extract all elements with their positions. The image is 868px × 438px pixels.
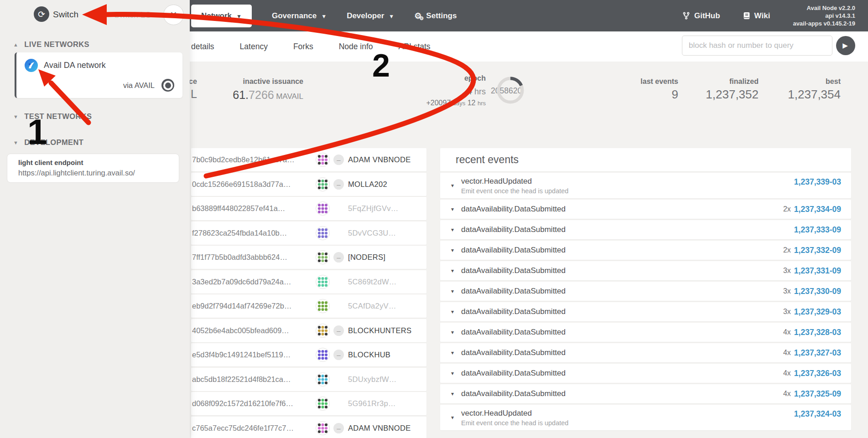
block-row[interactable]: abc5db18f22521d4f8b21ca… – 5DUxybzfW… xyxy=(191,368,426,391)
caret-down-icon[interactable]: ▾ xyxy=(451,329,461,335)
event-row[interactable]: ▾ dataAvailability.DataSubmitted 3x 1,23… xyxy=(440,261,851,280)
network-card-avail[interactable]: Avail DA network via AVAIL xyxy=(15,52,182,98)
event-block-link[interactable]: 1,237,324-03 xyxy=(794,409,841,419)
block-hash[interactable]: 7ff1f77b5b0adfd3abbb624… xyxy=(192,253,306,262)
event-block-link[interactable]: 1,237,330-09 xyxy=(794,287,841,296)
block-row[interactable]: eb9d2f794d14af74269e72b… – 5CAfDa2yV… xyxy=(191,294,426,318)
caret-down-icon[interactable]: ▾ xyxy=(451,288,461,294)
block-row[interactable]: e5d3f4b9c1491241bef5119… – BLOCKHUB xyxy=(191,343,426,366)
test-networks-header[interactable]: ▼ TEST NETWORKS xyxy=(13,112,203,121)
event-row[interactable]: ▾ dataAvailability.DataSubmitted 4x 1,23… xyxy=(440,384,851,403)
validator-name[interactable]: 5CAfDa2yV… xyxy=(348,302,396,310)
tab-latency[interactable]: Latency xyxy=(240,42,268,52)
event-block-link[interactable]: 1,237,339-03 xyxy=(794,177,841,187)
nav-network-button[interactable]: Network ▼ xyxy=(191,5,252,27)
block-row[interactable]: b63889ff448022857ef41a… – 5FqZHjfGVv… xyxy=(191,197,426,220)
network-name: Avail DA network xyxy=(44,61,106,70)
caret-down-icon[interactable]: ▾ xyxy=(451,182,461,189)
validator-name[interactable]: 5FqZHjfGVv… xyxy=(348,204,399,213)
tab-forks[interactable]: Forks xyxy=(293,42,313,52)
caret-down-icon[interactable]: ▾ xyxy=(451,247,461,253)
event-row[interactable]: ▾ vector.HeadUpdated Emit event once the… xyxy=(440,173,851,198)
validator-identicon xyxy=(316,421,330,437)
event-block-link[interactable]: 1,237,329-03 xyxy=(794,307,841,317)
finalized-label: finalized xyxy=(684,77,759,86)
event-row[interactable]: ▾ dataAvailability.DataSubmitted 1,237,3… xyxy=(440,220,851,239)
nav-developer-button[interactable]: Developer ▼ xyxy=(347,11,394,21)
block-hash[interactable]: d068f092c1572d16210fe7f6… xyxy=(192,399,306,408)
event-row[interactable]: ▾ dataAvailability.DataSubmitted 4x 1,23… xyxy=(440,343,851,362)
live-networks-header[interactable]: ▲ LIVE NETWORKS xyxy=(13,40,203,49)
caret-down-icon[interactable]: ▾ xyxy=(451,391,461,397)
block-row[interactable]: c765a7ecc75dc246fe1f77c7… – ADAM VNBNODE xyxy=(191,417,426,438)
event-row[interactable]: ▾ vector.HeadUpdated Emit event once the… xyxy=(440,405,851,430)
search-submit-button[interactable]: ▶ xyxy=(836,36,855,55)
caret-down-icon[interactable]: ▾ xyxy=(451,268,461,274)
block-hash[interactable]: eb9d2f794d14af74269e72b… xyxy=(192,302,306,310)
event-row[interactable]: ▾ dataAvailability.DataSubmitted 2x 1,23… xyxy=(440,241,851,260)
block-row[interactable]: d068f092c1572d16210fe7f6… – 5G961Rr3p… xyxy=(191,392,426,415)
caret-down-icon[interactable]: ▾ xyxy=(451,370,461,376)
validator-name[interactable]: 5C869t2dW… xyxy=(348,278,397,286)
block-hash[interactable]: b63889ff448022857ef41a… xyxy=(192,204,306,213)
block-row[interactable]: 7ff1f77b5b0adfd3abbb624… – [NODERS] xyxy=(191,246,426,269)
event-name: dataAvailability.DataSubmitted xyxy=(461,266,566,275)
block-hash[interactable]: abc5db18f22521d4f8b21ca… xyxy=(192,375,306,384)
event-block-link[interactable]: 1,237,325-09 xyxy=(794,389,841,399)
caret-down-icon[interactable]: ▾ xyxy=(451,350,461,356)
via-avail-label: via AVAIL xyxy=(123,81,155,90)
validator-name[interactable]: MOLLA202 xyxy=(348,180,387,189)
validator-name[interactable]: [NODERS] xyxy=(348,253,385,262)
validator-name[interactable]: ADAM VNBNODE xyxy=(348,424,411,433)
block-row[interactable]: 7b0c9bd2cedb8e12b61cd7a… – ADAM VNBNODE xyxy=(191,148,426,171)
validator-name[interactable]: BLOCKHUNTERS xyxy=(348,326,411,335)
caret-down-icon[interactable]: ▾ xyxy=(451,414,461,421)
block-hash[interactable]: 4052b6e4abc005bfead609… xyxy=(192,326,306,335)
event-block-link[interactable]: 1,237,334-09 xyxy=(794,205,841,214)
via-avail-radio[interactable] xyxy=(161,79,174,92)
event-row[interactable]: ▾ dataAvailability.DataSubmitted 2x 1,23… xyxy=(440,200,851,219)
validator-name[interactable]: ADAM VNBNODE xyxy=(348,155,411,164)
block-row[interactable]: 3a3ed2b7a09dc6dd79a24a… – 5C869t2dW… xyxy=(191,270,426,294)
block-row[interactable]: 0cdc15266e691518a3d77a… – MOLLA202 xyxy=(191,173,426,196)
nav-governance-button[interactable]: Governance ▼ xyxy=(272,11,327,21)
event-block-link[interactable]: 1,237,333-09 xyxy=(794,225,841,235)
close-panel-button[interactable]: ✕ xyxy=(163,5,184,25)
event-block-link[interactable]: 1,237,326-03 xyxy=(794,369,841,378)
nav-settings-button[interactable]: ⚙⚙ Settings xyxy=(414,11,457,21)
block-search-input[interactable] xyxy=(682,36,832,56)
block-hash[interactable]: 7b0c9bd2cedb8e12b61cd7a… xyxy=(192,155,306,164)
event-block-link[interactable]: 1,237,327-03 xyxy=(794,348,841,358)
block-hash[interactable]: 0cdc15266e691518a3d77a… xyxy=(192,180,306,189)
light-client-endpoint-card[interactable]: light client endpoint https://api.lightc… xyxy=(7,154,179,183)
event-block-link[interactable]: 1,237,328-03 xyxy=(794,328,841,337)
caret-down-icon[interactable]: ▾ xyxy=(451,309,461,315)
event-row[interactable]: ▾ dataAvailability.DataSubmitted 3x 1,23… xyxy=(440,302,851,321)
development-header[interactable]: ▼ DEVELOPMENT xyxy=(13,138,203,147)
block-hash[interactable]: f278623ca254fbda14a10b… xyxy=(192,229,306,237)
caret-down-icon[interactable]: ▾ xyxy=(451,227,461,233)
triangle-down-icon: ▼ xyxy=(13,114,18,119)
event-block-link[interactable]: 1,237,331-09 xyxy=(794,266,841,276)
event-row[interactable]: ▾ dataAvailability.DataSubmitted 4x 1,23… xyxy=(440,364,851,383)
wiki-link[interactable]: Wiki xyxy=(743,11,770,21)
event-row[interactable]: ▾ dataAvailability.DataSubmitted 4x 1,23… xyxy=(440,323,851,342)
block-hash[interactable]: c765a7ecc75dc246fe1f77c7… xyxy=(192,424,306,433)
validator-name[interactable]: 5G961Rr3p… xyxy=(348,399,396,408)
recent-events-panel: recent events ▾ vector.HeadUpdated Emit … xyxy=(440,148,851,430)
validator-name[interactable]: BLOCKHUB xyxy=(348,350,390,359)
block-hash[interactable]: 3a3ed2b7a09dc6dd79a24a… xyxy=(192,278,306,286)
caret-down-icon[interactable]: ▾ xyxy=(451,206,461,212)
stat-finalized: finalized 1,237,352 xyxy=(684,77,759,102)
block-hash[interactable]: e5d3f4b9c1491241bef5119… xyxy=(192,350,306,359)
tab-node-info[interactable]: Node info xyxy=(339,42,373,52)
switch-button[interactable]: ⟳ xyxy=(34,6,49,22)
validator-name[interactable]: 5DvVCG3U… xyxy=(348,229,396,237)
tab-api-stats[interactable]: API stats xyxy=(399,42,431,52)
event-block-link[interactable]: 1,237,332-09 xyxy=(794,246,841,255)
block-row[interactable]: 4052b6e4abc005bfead609… – BLOCKHUNTERS xyxy=(191,319,426,342)
github-link[interactable]: GitHub xyxy=(682,11,720,21)
event-row[interactable]: ▾ dataAvailability.DataSubmitted 3x 1,23… xyxy=(440,282,851,301)
block-row[interactable]: f278623ca254fbda14a10b… – 5DvVCG3U… xyxy=(191,222,426,245)
validator-name[interactable]: 5DUxybzfW… xyxy=(348,375,397,384)
